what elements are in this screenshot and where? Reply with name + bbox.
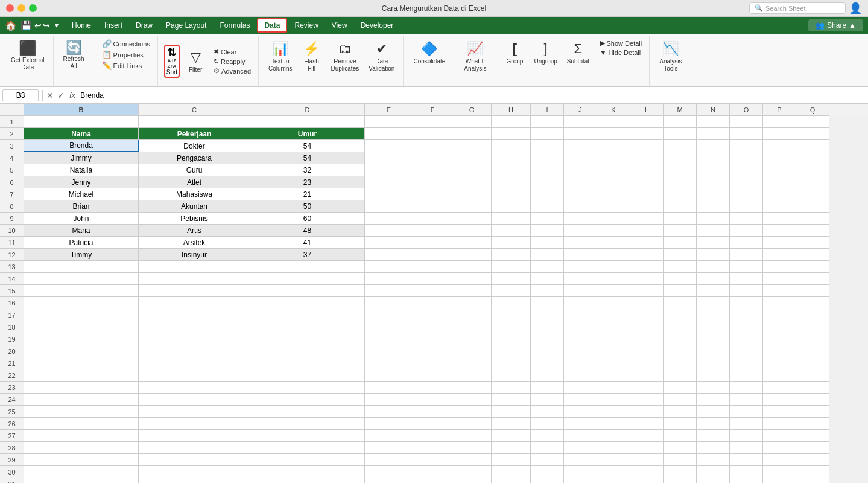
cell[interactable] [531,200,564,213]
cell[interactable] [763,333,796,345]
cell[interactable] [531,261,564,273]
cell[interactable] [763,297,796,309]
cell[interactable] [597,345,630,357]
cell[interactable] [452,345,492,357]
cell[interactable] [763,261,796,273]
cell[interactable] [763,357,796,369]
cell[interactable] [492,249,531,261]
cell[interactable] [796,237,829,249]
cell[interactable] [365,466,413,478]
cell[interactable] [24,442,139,454]
cell[interactable] [664,128,697,140]
cell[interactable] [250,297,365,309]
connections-button[interactable]: 🔗 Connections [100,39,153,49]
cell[interactable] [531,406,564,418]
cell[interactable] [492,333,531,345]
cell[interactable] [250,418,365,430]
cell[interactable] [730,478,763,483]
cell[interactable] [730,394,763,406]
undo-icon[interactable]: ↩ [34,21,42,30]
cell[interactable] [697,321,730,333]
cell[interactable] [630,466,664,478]
search-sheet-box[interactable]: 🔍 Search Sheet [749,2,846,14]
cell[interactable] [564,309,597,321]
cell[interactable] [24,116,139,128]
cell[interactable] [630,478,664,483]
cell[interactable] [630,394,664,406]
cell[interactable] [630,369,664,382]
formula-input[interactable] [80,91,866,100]
cell[interactable] [796,369,829,382]
cell[interactable] [763,164,796,176]
cell[interactable] [365,297,413,309]
cell[interactable] [597,164,630,176]
cell[interactable]: 54 [250,140,365,152]
cell[interactable] [730,309,763,321]
cell[interactable] [413,237,452,249]
cell[interactable] [365,418,413,430]
cell[interactable] [413,394,452,406]
cell[interactable] [564,466,597,478]
cell[interactable] [796,188,829,200]
cell[interactable]: Akuntan [139,200,250,213]
cell[interactable] [413,369,452,382]
cell[interactable] [597,382,630,394]
cell[interactable] [630,297,664,309]
cell[interactable] [564,164,597,176]
cell[interactable] [564,345,597,357]
cell[interactable] [492,213,531,225]
cell[interactable] [365,261,413,273]
cell[interactable] [139,442,250,454]
cell[interactable] [597,406,630,418]
cell[interactable] [763,478,796,483]
cell[interactable] [697,369,730,382]
cell[interactable] [531,237,564,249]
cell[interactable] [697,261,730,273]
dropdown-icon[interactable]: ▾ [55,21,59,30]
cell[interactable] [564,382,597,394]
cell[interactable] [452,321,492,333]
cell[interactable] [730,466,763,478]
cell[interactable] [763,200,796,213]
cell[interactable] [597,369,630,382]
filter-button[interactable]: ▽ Filter [182,47,209,75]
cell[interactable] [763,394,796,406]
menu-item-formulas[interactable]: Formulas [214,19,256,31]
cell[interactable] [664,176,697,188]
cell[interactable] [452,237,492,249]
cell[interactable] [250,116,365,128]
cell[interactable] [597,128,630,140]
refresh-all-button[interactable]: 🔄 RefreshAll [60,39,88,72]
cell[interactable] [697,128,730,140]
cell[interactable] [597,213,630,225]
cell[interactable] [365,225,413,237]
cell[interactable] [664,200,697,213]
cell[interactable] [250,394,365,406]
cell[interactable] [24,357,139,369]
cell[interactable]: Pebisnis [139,213,250,225]
cell[interactable] [139,430,250,442]
cell[interactable] [597,478,630,483]
cell[interactable] [413,285,452,297]
cell[interactable] [730,454,763,466]
cell[interactable] [597,237,630,249]
cell[interactable] [763,345,796,357]
cell[interactable] [365,273,413,285]
redo-icon[interactable]: ↪ [43,21,50,30]
cell[interactable] [796,321,829,333]
cell[interactable] [24,382,139,394]
menu-item-developer[interactable]: Developer [355,19,400,31]
cell[interactable] [452,357,492,369]
remove-duplicates-button[interactable]: 🗂 RemoveDuplicates [328,39,363,75]
cell[interactable] [492,140,531,152]
cell[interactable] [697,164,730,176]
cell[interactable] [730,200,763,213]
cell[interactable] [413,442,452,454]
cell[interactable] [250,309,365,321]
cell[interactable] [531,249,564,261]
cell[interactable] [630,333,664,345]
cell[interactable] [597,394,630,406]
cell[interactable] [630,309,664,321]
cell[interactable] [730,188,763,200]
cell[interactable] [250,454,365,466]
